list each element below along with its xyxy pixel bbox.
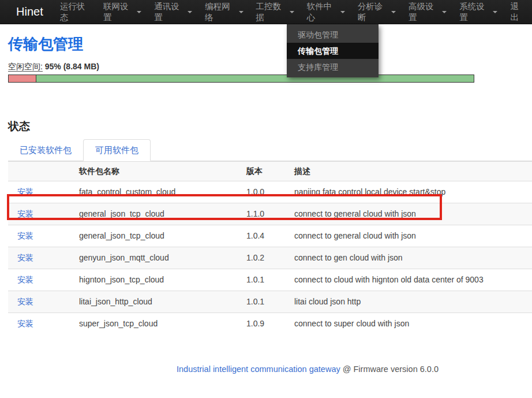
free-space-value: 95% (8.84 MB) (45, 62, 99, 71)
caret-down-icon (391, 11, 396, 13)
package-name: general_json_tcp_cloud (70, 225, 237, 247)
caret-down-icon (340, 11, 345, 13)
nav-item-industrial-data[interactable]: 工控数据 (250, 0, 301, 24)
nav-item-running-status[interactable]: 运行状态 (54, 0, 97, 24)
install-button[interactable]: 安装 (17, 275, 33, 284)
caret-down-icon (137, 11, 141, 13)
caret-down-icon (239, 11, 243, 13)
package-name: genyun_json_mqtt_cloud (70, 247, 237, 269)
firmware-version-text: @ Firmware version 6.0.0 (343, 364, 439, 374)
package-table: 软件包名称 版本 描述 安装 fata_control_custom_cloud… (8, 161, 532, 334)
package-name: hignton_json_tcp_cloud (70, 269, 237, 291)
header-version: 版本 (237, 162, 285, 181)
package-version: 1.0.1 (237, 291, 285, 313)
free-space-line: 空闲空间: 95% (8.84 MB) (8, 62, 532, 72)
page-footer: Industrial intelligent communication gat… (0, 364, 532, 374)
package-name: litai_json_http_cloud (70, 291, 237, 313)
table-row: 安装 general_json_tcp_cloud 1.1.0 connect … (8, 203, 532, 225)
install-button[interactable]: 安装 (17, 253, 33, 262)
nav-item-network-settings[interactable]: 联网设置 (97, 0, 148, 24)
free-space-bar-used (9, 75, 36, 82)
free-space-bar (8, 75, 474, 83)
free-space-bar-free (36, 75, 474, 82)
header-action (8, 162, 70, 181)
caret-down-icon (442, 11, 447, 13)
header-name: 软件包名称 (70, 162, 237, 181)
package-description: litai cloud json http (285, 291, 532, 313)
install-button[interactable]: 安装 (17, 187, 33, 196)
status-heading: 状态 (8, 120, 532, 133)
package-version: 1.0.4 (237, 225, 285, 247)
install-button[interactable]: 安装 (17, 209, 33, 218)
package-description: connect to cloud with hignton old data c… (285, 269, 532, 291)
install-button[interactable]: 安装 (17, 297, 33, 306)
table-row: 安装 genyun_json_mqtt_cloud 1.0.2 connect … (8, 247, 532, 269)
package-description: connect to general cloud with json (285, 225, 532, 247)
header-description: 描述 (285, 162, 532, 181)
package-version: 1.0.9 (237, 313, 285, 335)
package-name: super_json_tcp_cloud (70, 313, 237, 335)
package-name: fata_control_custom_cloud (70, 181, 237, 203)
package-description: connect to general cloud with json (285, 203, 532, 225)
nav-item-advanced-settings[interactable]: 高级设置 (402, 0, 453, 24)
nav-item-analysis-diagnosis[interactable]: 分析诊断 (351, 0, 402, 24)
nav-item-system-settings[interactable]: 系统设置 (453, 0, 504, 24)
package-version: 1.0.2 (237, 247, 285, 269)
table-header-row: 软件包名称 版本 描述 (8, 162, 532, 181)
dropdown-item-driver-package[interactable]: 驱动包管理 (287, 27, 379, 43)
table-row: 安装 hignton_json_tcp_cloud 1.0.1 connect … (8, 269, 532, 291)
install-button[interactable]: 安装 (17, 319, 33, 328)
nav-item-software-center[interactable]: 软件中心 (301, 0, 351, 24)
package-version: 1.1.0 (237, 203, 285, 225)
caret-down-icon (188, 11, 192, 13)
nav-item-programming-network[interactable]: 编程网络 (198, 0, 249, 24)
tab-installed-packages[interactable]: 已安装软件包 (8, 140, 83, 161)
nav-item-comm-settings[interactable]: 通讯设置 (148, 0, 198, 24)
package-version: 1.0.1 (237, 269, 285, 291)
nav-item-logout[interactable]: 退出 (504, 0, 532, 24)
package-description: connect to gen cloud with json (285, 247, 532, 269)
nav-items: 运行状态 联网设置 通讯设置 编程网络 工控数据 软件中心 分析诊断 高级设置 … (54, 0, 532, 24)
caret-down-icon (290, 11, 294, 13)
package-description: nanjing fata control local device start&… (285, 181, 532, 203)
table-row: 安装 general_json_tcp_cloud 1.0.4 connect … (8, 225, 532, 247)
gateway-link[interactable]: Industrial intelligent communication gat… (177, 364, 340, 374)
package-description: connect to super cloud with json (285, 313, 532, 335)
main-content: 传输包管理 空闲空间: 95% (8.84 MB) 状态 已安装软件包 可用软件… (0, 35, 532, 161)
software-center-dropdown: 驱动包管理 传输包管理 支持库管理 (287, 24, 379, 77)
install-button[interactable]: 安装 (17, 231, 33, 240)
table-row: 安装 super_json_tcp_cloud 1.0.9 connect to… (8, 313, 532, 335)
top-navbar: Hinet 运行状态 联网设置 通讯设置 编程网络 工控数据 软件中心 分析诊断… (0, 0, 532, 24)
brand-logo[interactable]: Hinet (0, 5, 54, 18)
package-name: general_json_tcp_cloud (70, 203, 237, 225)
table-row: 安装 litai_json_http_cloud 1.0.1 litai clo… (8, 291, 532, 313)
table-row: 安装 fata_control_custom_cloud 1.0.0 nanji… (8, 181, 532, 203)
package-tabs: 已安装软件包 可用软件包 (8, 139, 532, 161)
caret-down-icon (493, 11, 497, 13)
free-space-label: 空闲空间: (8, 62, 43, 72)
page-title: 传输包管理 (8, 35, 532, 53)
tab-available-packages[interactable]: 可用软件包 (83, 139, 151, 161)
package-version: 1.0.0 (237, 181, 285, 203)
dropdown-item-support-library[interactable]: 支持库管理 (287, 59, 379, 75)
dropdown-item-transfer-package[interactable]: 传输包管理 (287, 43, 379, 59)
